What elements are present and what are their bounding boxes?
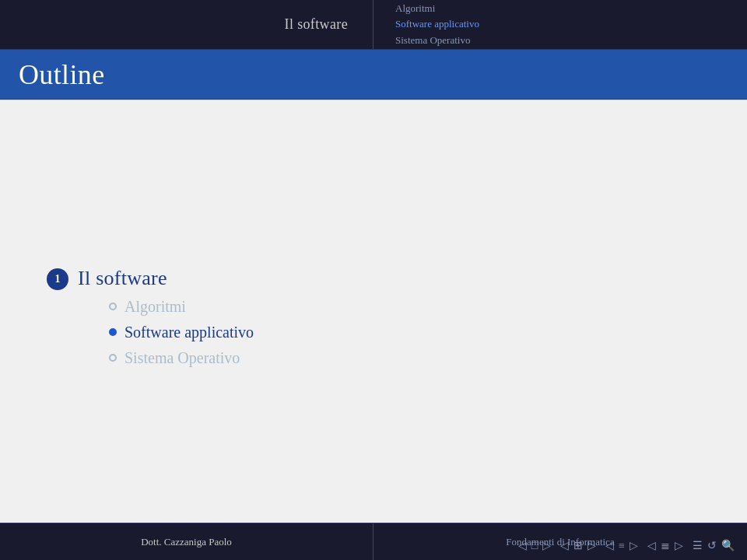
current-section-text: Il software	[285, 16, 348, 33]
nav-prev-prev[interactable]: ◁	[518, 539, 527, 552]
sub-label-sistema-operativo: Sistema Operativo	[124, 349, 240, 367]
sub-label-software-applicativo: Software applicativo	[124, 324, 254, 341]
nav-gallery[interactable]: ⊞	[573, 539, 583, 552]
nav-item-algoritmi[interactable]: Algoritmi	[395, 2, 747, 16]
sub-bullet-software-applicativo	[109, 328, 117, 336]
nav-fulllist[interactable]: ☰	[693, 539, 703, 552]
sub-label-algoritmi: Algoritmi	[124, 298, 186, 316]
nav-next-section[interactable]: ▷	[587, 539, 596, 552]
section-1-item: 1 Il software Algoritmi Software applica…	[47, 267, 700, 367]
outline-title: Outline	[19, 58, 105, 91]
nav-item-sistema-operativo[interactable]: Sistema Operativo	[395, 33, 747, 47]
nav-prev-item[interactable]: ◁	[605, 539, 614, 552]
sub-bullet-algoritmi	[109, 303, 117, 310]
section-1-label: Il software	[78, 267, 254, 290]
nav-frame[interactable]: □	[531, 540, 538, 552]
main-content-area: 1 Il software Algoritmi Software applica…	[0, 100, 747, 523]
nav-controls[interactable]: ◁ □ ▷ ◁ ⊞ ▷ ◁ ≡ ▷ ◁ ≣ ▷ ☰ ↺ 🔍	[518, 539, 735, 552]
nav-sublist[interactable]: ≣	[661, 539, 670, 552]
section-1-content: Il software Algoritmi Software applicati…	[78, 267, 254, 367]
nav-refresh[interactable]: ↺	[707, 539, 717, 552]
sub-item-software-applicativo: Software applicativo	[109, 324, 254, 341]
nav-next-next[interactable]: ▷	[542, 539, 551, 552]
outline-header: Outline	[0, 50, 747, 100]
sub-bullet-sistema-operativo	[109, 354, 117, 362]
nav-list[interactable]: ≡	[619, 540, 625, 552]
author-text: Dott. Cazzaniga Paolo	[141, 536, 232, 548]
nav-next-item[interactable]: ▷	[630, 539, 638, 552]
current-section-label: Il software	[0, 0, 374, 49]
nav-prev-section[interactable]: ◁	[560, 539, 569, 552]
nav-next-sub[interactable]: ▷	[675, 539, 683, 552]
sub-item-algoritmi: Algoritmi	[109, 298, 254, 316]
sub-item-sistema-operativo: Sistema Operativo	[109, 349, 254, 367]
top-navigation-bar: Il software Algoritmi Software applicati…	[0, 0, 747, 50]
section-1-number: 1	[47, 268, 68, 290]
bottom-author: Dott. Cazzaniga Paolo	[0, 523, 374, 560]
bottom-bar: Dott. Cazzaniga Paolo Fondamenti di Info…	[0, 523, 747, 560]
nav-zoom[interactable]: 🔍	[721, 539, 735, 552]
nav-items-list: Algoritmi Software applicativo Sistema O…	[374, 2, 747, 47]
section-1-sub-items: Algoritmi Software applicativo Sistema O…	[109, 298, 254, 367]
nav-item-software-applicativo[interactable]: Software applicativo	[395, 17, 747, 31]
nav-prev-sub[interactable]: ◁	[647, 539, 656, 552]
